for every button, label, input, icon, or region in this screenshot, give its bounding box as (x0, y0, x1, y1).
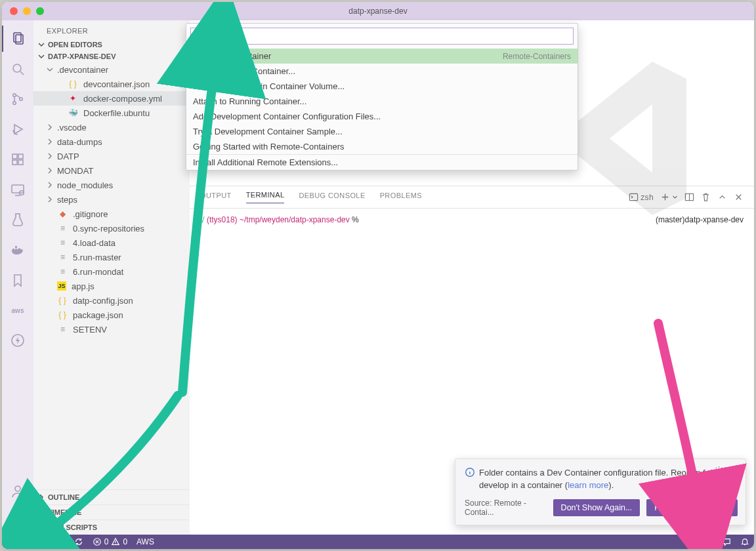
svg-point-2 (13, 64, 21, 72)
command-palette-input[interactable] (190, 28, 574, 45)
activity-docker-icon[interactable] (2, 237, 33, 263)
activity-account-icon[interactable] (2, 478, 33, 504)
activity-remote-icon[interactable] (2, 176, 33, 203)
palette-item[interactable]: Getting Started with Remote-Containers (186, 139, 578, 154)
tree-item-label: .devcontainer (57, 65, 108, 75)
file-item[interactable]: ≡6.run-mondat (33, 264, 190, 279)
palette-item[interactable]: Add Development Container Configuration … (186, 109, 578, 124)
tree-item-label: 6.run-mondat (73, 267, 123, 277)
panel-tab-terminal[interactable]: TERMINAL (246, 191, 285, 203)
folder-item[interactable]: MONDAT (33, 163, 190, 178)
npm-scripts-section[interactable]: NPM SCRIPTS (33, 520, 190, 535)
activity-scm-icon[interactable] (2, 86, 33, 112)
svg-rect-9 (12, 160, 17, 165)
warning-icon (111, 537, 120, 546)
panel-tab-problems[interactable]: PROBLEMS (380, 192, 422, 203)
tree-item-label: .vscode (57, 123, 87, 133)
svg-rect-10 (18, 160, 23, 165)
palette-item-label: Open Folder in Container... (193, 66, 295, 76)
tree-item-label: datp-config.json (73, 296, 133, 306)
status-sync[interactable] (70, 535, 88, 549)
status-aws[interactable]: AWS (132, 535, 159, 549)
branch-icon (29, 537, 38, 546)
error-icon (93, 537, 102, 546)
file-item[interactable]: 🐳Dockerfile.ubuntu (33, 106, 190, 120)
activity-aws-icon[interactable]: aws (2, 297, 33, 323)
terminal-kill-button[interactable] (701, 192, 711, 202)
status-branch[interactable]: master (24, 535, 70, 549)
palette-item[interactable]: Attach to Running Container... (186, 94, 578, 109)
prompt-path: ~/tmp/weyden/datp-xpanse-dev (240, 215, 350, 224)
activity-debug-icon[interactable] (2, 116, 33, 142)
file-item[interactable]: JSapp.js (33, 279, 190, 293)
svg-rect-0 (14, 33, 21, 42)
svg-marker-7 (14, 125, 22, 134)
prompt-check: √ (200, 215, 205, 224)
folder-item[interactable]: node_modules (33, 178, 190, 192)
status-remote-button[interactable] (2, 535, 24, 549)
file-item[interactable]: { }package.json (33, 308, 190, 322)
gear-icon[interactable] (714, 466, 724, 476)
open-editors-section[interactable]: OPEN EDITORS (33, 39, 190, 51)
folder-item[interactable]: .devcontainer (33, 62, 190, 77)
palette-item-label: Getting Started with Remote-Containers (193, 142, 345, 152)
close-icon[interactable] (729, 466, 739, 476)
file-item[interactable]: ≡5.run-master (33, 250, 190, 264)
activity-settings-icon[interactable] (2, 508, 33, 535)
file-item[interactable]: ✦docker-compose.yml (33, 91, 190, 106)
activity-thunder-icon[interactable] (2, 327, 33, 354)
activity-extensions-icon[interactable] (2, 146, 33, 173)
workspace-section[interactable]: DATP-XPANSE-DEV (33, 51, 190, 62)
reopen-in-container-button[interactable]: Reopen in Container (646, 499, 738, 516)
status-bell[interactable] (736, 535, 754, 549)
folder-item[interactable]: .vscode (33, 120, 190, 134)
status-feedback[interactable] (717, 535, 736, 549)
dont-show-again-button[interactable]: Don't Show Again... (553, 499, 640, 516)
activity-bookmark-icon[interactable] (2, 267, 33, 293)
tree-item-label: .gitignore (73, 209, 108, 219)
learn-more-link[interactable]: learn more (568, 480, 608, 490)
folder-item[interactable]: steps (33, 192, 190, 207)
tree-item-label: docker-compose.yml (83, 94, 162, 104)
status-problems[interactable]: 0 0 (88, 535, 132, 549)
file-item[interactable]: ≡SETENV (33, 322, 190, 337)
file-item[interactable]: ≡4.load-data (33, 235, 190, 250)
tree-item-label: SETENV (73, 325, 107, 335)
tree-item-label: data-dumps (57, 137, 102, 147)
svg-point-27 (717, 470, 720, 472)
status-aws-label: AWS (136, 537, 154, 546)
file-item[interactable]: { }datp-config.json (33, 293, 190, 308)
file-item[interactable]: ◆.gitignore (33, 207, 190, 221)
panel-maximize-button[interactable] (717, 192, 727, 202)
svg-point-20 (16, 520, 20, 523)
panel-tab-debug[interactable]: DEBUG CONSOLE (299, 192, 365, 203)
timeline-section[interactable]: TIMELINE (33, 504, 190, 520)
palette-item[interactable]: Reopen in ContainerRemote-Containers (186, 49, 578, 64)
palette-item[interactable]: Clone Repository in Container Volume... (186, 79, 578, 94)
chevron-right-icon (45, 123, 54, 131)
svg-rect-17 (15, 246, 17, 248)
svg-line-3 (20, 71, 24, 75)
panel-close-button[interactable] (734, 192, 744, 202)
file-item[interactable]: ≡0.sync-repositories (33, 221, 190, 235)
outline-section[interactable]: OUTLINE (33, 489, 190, 504)
remote-icon (8, 537, 18, 547)
svg-rect-12 (12, 185, 24, 193)
folder-item[interactable]: DATP (33, 149, 190, 163)
palette-item[interactable]: Open Folder in Container... (186, 64, 578, 79)
tree-item-label: 0.sync-repositories (73, 224, 144, 234)
activity-testing-icon[interactable] (2, 207, 33, 233)
panel-tab-output[interactable]: OUTPUT (200, 192, 232, 203)
feedback-icon (722, 537, 731, 546)
chevron-right-icon (45, 181, 54, 189)
palette-item[interactable]: Install Additional Remote Extensions... (186, 155, 578, 170)
sync-icon (74, 537, 83, 546)
activity-search-icon[interactable] (2, 56, 33, 82)
palette-item[interactable]: Try a Development Container Sample... (186, 124, 578, 139)
svg-point-24 (30, 543, 32, 545)
folder-item[interactable]: data-dumps (33, 134, 190, 149)
tree-item-label: steps (57, 195, 77, 205)
devcontainer-notification: Folder contains a Dev Container configur… (455, 459, 746, 525)
activity-explorer-icon[interactable] (2, 26, 33, 52)
file-item[interactable]: { }devcontainer.json (33, 77, 190, 91)
